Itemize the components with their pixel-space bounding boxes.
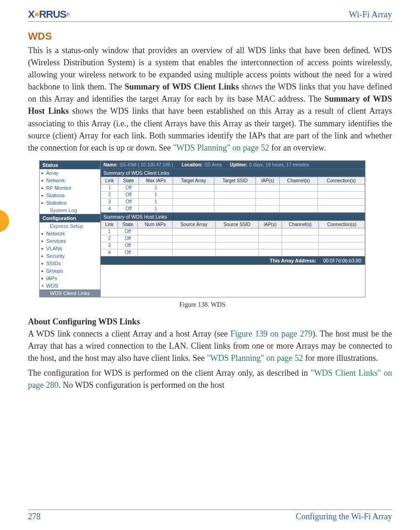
status-location-label: Location: (182, 162, 203, 167)
chapter-name: Configuring the Wi-Fi Array (296, 512, 392, 522)
col-maxiaps: Max IAPs (139, 177, 173, 184)
hcol-link: Link (101, 220, 118, 228)
col-link: Link (101, 177, 118, 184)
sidebar-item-rf-monitor[interactable]: RF Monitor (40, 184, 100, 192)
status-location-value: SS Area (205, 162, 222, 167)
sidebar-status-header: Status (40, 161, 100, 169)
page-number: 278 (28, 512, 41, 522)
about-p1-a: A WDS link connects a client Array and a… (28, 329, 230, 338)
sidebar-item-system-log[interactable]: System Log (40, 206, 100, 214)
sidebar-item-wds-client-links[interactable]: WDS Client Links (40, 289, 100, 297)
brand-text-part1: X (28, 8, 34, 21)
sidebar-item-express-setup[interactable]: Express Setup (40, 222, 100, 230)
table-row: 3Off (101, 242, 365, 249)
logo-dot-icon (35, 13, 39, 16)
client-links-table: Link State Max IAPs Target Array Target … (101, 177, 365, 213)
hcol-state: State (118, 220, 138, 228)
sidebar-item-statistics[interactable]: Statistics (40, 199, 100, 206)
table-row: 2Off1 (101, 191, 365, 198)
thumb-tab (0, 210, 9, 232)
host-links-title: Summary of WDS Host Links (101, 213, 365, 220)
wds-planning-link[interactable]: "WDS Planning" on page 52 (173, 143, 269, 152)
client-links-title: Summary of WDS Client Links (101, 169, 365, 177)
brand-logo: XRRUS® (28, 8, 69, 21)
figure-139-link[interactable]: Figure 139 on page 279 (230, 329, 312, 338)
section-title: WDS (28, 30, 392, 42)
about-p2-b: . No WDS configuration is performed on t… (58, 380, 224, 390)
status-name-label: Name: (103, 162, 118, 167)
about-p2-a: The configuration for WDS is performed o… (28, 368, 310, 378)
intro-paragraph: This is a status-only window that provid… (28, 44, 392, 154)
hcol-channels: Channel(s) (282, 220, 319, 228)
table-row: 1Off1 (101, 184, 365, 191)
about-p1-c: for more illustrations. (303, 353, 378, 363)
sidebar-item-services[interactable]: Services (40, 237, 100, 245)
col-target-ssid: Target SSID (214, 177, 256, 184)
figure-138: Status Array Network RF Monitor Stations… (39, 160, 365, 309)
hcol-iaps: IAP(s) (259, 220, 282, 228)
status-bar: Name:SS-XN8 ( 10.100.47.186 ) Location:S… (101, 161, 365, 169)
figure-caption: Figure 138. WDS (39, 301, 365, 309)
wds-planning-link-2[interactable]: "WDS Planning" on page 52 (207, 353, 303, 363)
col-target-array: Target Array (173, 177, 214, 184)
table-row: 4Off (101, 249, 365, 256)
sidebar-item-cfg-network[interactable]: Network (40, 230, 100, 237)
col-state: State (118, 177, 139, 184)
array-address-value: 00:0f:7d:0b:b3:80 (323, 258, 361, 263)
wds-screenshot: Status Array Network RF Monitor Stations… (39, 160, 365, 297)
col-channels: Channel(s) (280, 177, 318, 184)
sidebar-item-vlans[interactable]: VLANs (40, 245, 100, 252)
page-footer: 278 Configuring the Wi-Fi Array (28, 509, 392, 522)
sidebar-item-iaps[interactable]: IAPs (40, 275, 100, 282)
page-header: XRRUS® Wi-Fi Array (28, 8, 392, 22)
registered-mark: ® (66, 12, 69, 17)
hcol-source-ssid: Source SSID (215, 220, 258, 228)
about-para1: A WDS link connects a client Array and a… (28, 328, 392, 364)
table-row: 4Off1 (101, 205, 365, 212)
sidebar-item-security[interactable]: Security (40, 252, 100, 260)
screenshot-footer: This Array Address: 00:0f:7d:0b:b3:80 (101, 256, 365, 265)
sidebar-item-array[interactable]: Array (40, 169, 100, 177)
sidebar-item-network[interactable]: Network (40, 177, 100, 184)
sidebar-item-ssids[interactable]: SSIDs (40, 260, 100, 267)
intro-bold-1: Summary of WDS Client Links (124, 82, 239, 91)
sidebar-item-stations[interactable]: Stations (40, 192, 100, 199)
brand-text-part2: RRUS (39, 8, 66, 21)
about-para2: The configuration for WDS is performed o… (28, 367, 392, 391)
intro-text-f: for an overview. (269, 143, 326, 152)
status-uptime-label: Uptime: (230, 162, 247, 167)
hcol-source-array: Source Array (172, 220, 215, 228)
array-address-label: This Array Address: (270, 258, 317, 263)
status-name-value: SS-XN8 ( 10.100.47.186 ) (120, 162, 173, 167)
table-row: 1Off (101, 228, 365, 235)
sidebar-item-wds[interactable]: WDS (40, 282, 100, 289)
screenshot-sidebar: Status Array Network RF Monitor Stations… (40, 161, 101, 297)
col-connections: Connection(s) (317, 177, 365, 184)
sidebar-item-groups[interactable]: Groups (40, 267, 100, 275)
table-row: 2Off (101, 235, 365, 242)
sidebar-config-header: Configuration (40, 214, 100, 222)
col-iaps: IAP(s) (256, 177, 280, 184)
about-heading: About Configuring WDS Links (28, 317, 392, 327)
doc-title: Wi-Fi Array (349, 9, 392, 20)
hcol-connections: Connection(s) (319, 220, 365, 228)
screenshot-main: Name:SS-XN8 ( 10.100.47.186 ) Location:S… (101, 161, 365, 297)
host-links-table: Link State Num IAPs Source Array Source … (101, 220, 365, 256)
hcol-numiaps: Num IAPs (138, 220, 172, 228)
status-uptime-value: 0 days, 19 hours, 17 minutes (249, 162, 309, 167)
table-row: 3Off1 (101, 198, 365, 205)
